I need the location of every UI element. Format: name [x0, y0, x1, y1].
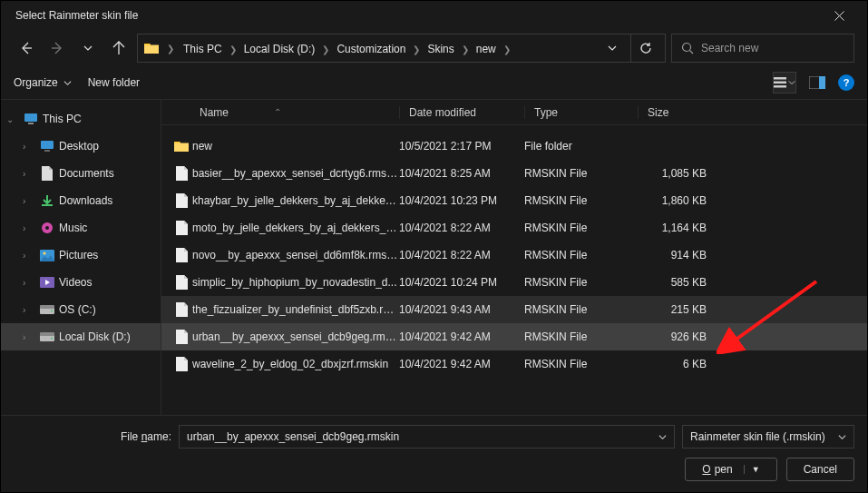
- sidebar-item[interactable]: ›Pictures: [1, 242, 161, 269]
- sidebar-item[interactable]: ›Documents: [1, 160, 161, 187]
- file-type: RMSKIN File: [524, 358, 638, 370]
- chevron-right-icon[interactable]: ›: [23, 142, 35, 152]
- breadcrumb-segment[interactable]: new: [474, 43, 498, 55]
- svg-rect-8: [41, 141, 54, 149]
- organize-button[interactable]: Organize: [14, 76, 72, 89]
- folder-icon: [143, 40, 160, 56]
- file-date: 10/4/2021 9:42 AM: [399, 330, 524, 343]
- breadcrumb[interactable]: ❯ This PC❯Local Disk (D:)❯Customization❯…: [137, 34, 666, 63]
- cancel-button[interactable]: Cancel: [786, 458, 854, 481]
- chevron-right-icon[interactable]: ❯: [161, 44, 180, 54]
- documents-icon: [39, 165, 55, 182]
- svg-point-13: [44, 251, 46, 254]
- help-button[interactable]: ?: [838, 74, 854, 91]
- list-view-icon: [774, 77, 786, 88]
- filename-label: File name:: [14, 430, 171, 443]
- sidebar-item[interactable]: ›Videos: [1, 269, 161, 296]
- chevron-right-icon[interactable]: ›: [23, 305, 35, 315]
- breadcrumb-dropdown[interactable]: [600, 35, 625, 61]
- breadcrumb-segment[interactable]: Local Disk (D:): [242, 43, 317, 55]
- file-row[interactable]: moto_by_jelle_dekkers_by_aj_dekkers_de..…: [161, 214, 867, 242]
- chevron-right-icon[interactable]: ›: [23, 223, 35, 233]
- sidebar-item[interactable]: ›Desktop: [1, 133, 161, 160]
- svg-rect-6: [24, 113, 37, 122]
- drive-icon: [39, 329, 55, 345]
- filename-input[interactable]: urban__by_apexxx_sensei_dcb9geg.rmskin: [179, 425, 675, 449]
- file-row[interactable]: the_fizzualizer_by_undefinist_dbf5zxb.rm…: [161, 296, 867, 323]
- file-icon: [161, 275, 192, 290]
- file-date: 10/4/2021 8:22 AM: [399, 222, 524, 234]
- chevron-right-icon[interactable]: ❯: [407, 44, 425, 54]
- breadcrumb-segment[interactable]: Skins: [425, 43, 455, 55]
- back-button[interactable]: [14, 35, 39, 61]
- column-name[interactable]: Name⌃: [161, 106, 399, 119]
- chevron-down-icon: [63, 79, 72, 87]
- up-button[interactable]: [106, 35, 132, 61]
- chevron-down-icon[interactable]: [658, 433, 667, 441]
- file-type-filter[interactable]: Rainmeter skin file (.rmskin): [682, 425, 854, 449]
- chevron-down-icon[interactable]: ⌄: [6, 114, 19, 124]
- chevron-right-icon[interactable]: ›: [23, 278, 35, 288]
- chevron-right-icon[interactable]: ❯: [224, 44, 242, 54]
- file-list: new10/5/2021 2:17 PMFile folderbasier__b…: [161, 125, 867, 415]
- file-name: novo__by_apexxx_sensei_dd6mf8k.rmskin: [192, 249, 399, 261]
- chevron-right-icon[interactable]: ❯: [498, 44, 516, 54]
- file-date: 10/4/2021 10:24 PM: [399, 276, 524, 289]
- dialog-title: Select Rainmeter skin file: [15, 9, 138, 22]
- file-row[interactable]: new10/5/2021 2:17 PMFile folder: [161, 133, 867, 160]
- tree-this-pc[interactable]: ⌄ This PC: [1, 105, 161, 133]
- open-split-dropdown[interactable]: ▼: [744, 465, 760, 474]
- file-size: 1,164 KB: [638, 222, 732, 234]
- search-input[interactable]: Search new: [671, 34, 854, 63]
- svg-rect-19: [40, 332, 54, 336]
- recent-button[interactable]: [75, 35, 101, 61]
- svg-point-11: [45, 226, 49, 230]
- sidebar-item[interactable]: ›OS (C:): [1, 296, 161, 323]
- file-name: khaybar_by_jelle_dekkers_by_aj_dekkers_.…: [192, 194, 399, 207]
- titlebar: Select Rainmeter skin file: [1, 1, 867, 30]
- file-row[interactable]: khaybar_by_jelle_dekkers_by_aj_dekkers_.…: [161, 187, 867, 214]
- view-mode-button[interactable]: [773, 72, 796, 94]
- file-row[interactable]: simplic_by_hiphopium_by_novadestin_d...1…: [161, 269, 867, 296]
- file-name: basier__by_apexxx_sensei_dcrtyg6.rmskin: [192, 167, 399, 180]
- sidebar-item[interactable]: ›Downloads: [1, 187, 161, 214]
- file-row[interactable]: novo__by_apexxx_sensei_dd6mf8k.rmskin10/…: [161, 242, 867, 269]
- column-headers[interactable]: Name⌃ Date modified Type Size: [161, 100, 867, 125]
- arrow-right-icon: [50, 41, 64, 55]
- chevron-right-icon[interactable]: ›: [23, 332, 35, 342]
- svg-point-0: [683, 44, 691, 52]
- breadcrumb-segment[interactable]: This PC: [181, 43, 224, 55]
- close-button[interactable]: [819, 2, 860, 29]
- file-list-pane: Name⌃ Date modified Type Size new10/5/20…: [161, 100, 867, 415]
- forward-button[interactable]: [44, 35, 70, 61]
- file-icon: [161, 330, 192, 344]
- sidebar-item[interactable]: ›Local Disk (D:): [1, 323, 161, 350]
- chevron-right-icon[interactable]: ›: [23, 169, 35, 179]
- file-type: RMSKIN File: [524, 167, 638, 180]
- breadcrumb-segment[interactable]: Customization: [335, 43, 407, 55]
- chevron-right-icon[interactable]: ›: [23, 196, 35, 206]
- chevron-down-icon: [838, 433, 846, 441]
- music-icon: [39, 220, 55, 236]
- videos-icon: [39, 274, 55, 291]
- svg-rect-1: [774, 77, 786, 80]
- open-button[interactable]: Open ▼: [685, 458, 776, 481]
- svg-rect-3: [774, 85, 786, 88]
- column-date[interactable]: Date modified: [399, 106, 524, 119]
- file-icon: [161, 357, 192, 371]
- file-row[interactable]: urban__by_apexxx_sensei_dcb9geg.rmskin10…: [161, 323, 867, 350]
- file-date: 10/4/2021 9:42 AM: [399, 358, 524, 370]
- file-row[interactable]: basier__by_apexxx_sensei_dcrtyg6.rmskin1…: [161, 160, 867, 187]
- chevron-right-icon[interactable]: ›: [23, 251, 35, 261]
- refresh-button[interactable]: [630, 34, 659, 63]
- file-type: File folder: [524, 140, 638, 153]
- new-folder-button[interactable]: New folder: [88, 76, 140, 89]
- file-row[interactable]: waveline_2_by_eldog_02_dbxjzrf.rmskin10/…: [161, 350, 867, 378]
- preview-pane-button[interactable]: [805, 72, 829, 94]
- file-date: 10/5/2021 2:17 PM: [399, 140, 524, 153]
- column-size[interactable]: Size: [638, 106, 732, 119]
- column-type[interactable]: Type: [524, 106, 638, 119]
- chevron-right-icon[interactable]: ❯: [317, 44, 335, 54]
- chevron-right-icon[interactable]: ❯: [456, 44, 474, 54]
- sidebar-item[interactable]: ›Music: [1, 214, 161, 242]
